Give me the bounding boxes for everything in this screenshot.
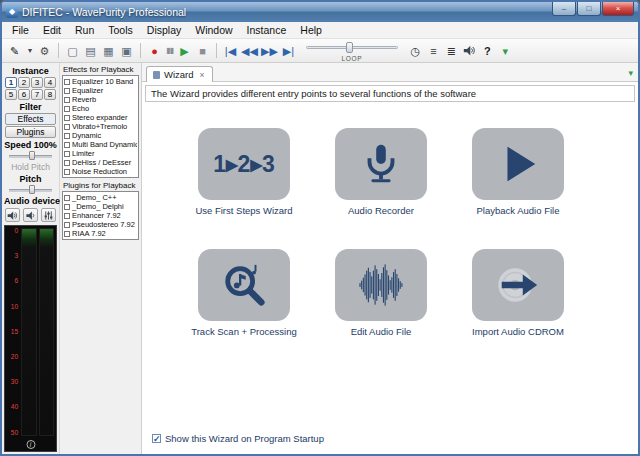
- play-icon[interactable]: ▶: [177, 43, 192, 59]
- wizard-tile-label: Track Scan + Processing: [191, 326, 297, 337]
- instance-button-1[interactable]: 1: [5, 77, 17, 88]
- wizard-button-edit-audio-file[interactable]: [335, 249, 427, 321]
- wizard-button-track-scan-processing[interactable]: [198, 249, 290, 321]
- menu-run[interactable]: Run: [68, 23, 101, 37]
- report-icon[interactable]: ≣: [444, 43, 459, 59]
- speaker-output-button[interactable]: [5, 208, 20, 222]
- record-icon[interactable]: ●: [147, 43, 162, 59]
- effects-listbox: Equalizer 10 BandEqualizerReverbEchoSter…: [62, 75, 139, 178]
- window-title: DIFITEC - WavePurity Professional: [22, 6, 186, 18]
- plugin-demo-c[interactable]: _Demo_ C++: [64, 193, 137, 202]
- info-icon[interactable]: i: [26, 440, 35, 449]
- instance-button-7[interactable]: 7: [31, 89, 43, 100]
- skip-end-icon[interactable]: ▶|: [281, 43, 296, 59]
- menu-edit[interactable]: Edit: [36, 23, 68, 37]
- next-icon[interactable]: ▶▶: [261, 43, 278, 59]
- save-icon[interactable]: ▦: [101, 43, 116, 59]
- settings-gear-icon[interactable]: ⚙: [37, 43, 52, 59]
- tab-overflow-icon[interactable]: ▾: [628, 68, 633, 78]
- wizard-button-import-audio-cdrom[interactable]: [472, 249, 564, 321]
- skip-start-icon[interactable]: |◀: [223, 43, 238, 59]
- menu-tools[interactable]: Tools: [101, 23, 140, 37]
- instance-section-label: Instance: [4, 66, 57, 76]
- instance-button-3[interactable]: 3: [31, 77, 43, 88]
- steps-123-icon: 1▸2▸3: [213, 151, 274, 178]
- wizard-item-audio-recorder: Audio Recorder: [321, 128, 441, 216]
- plugin-pseudostereo-7-92[interactable]: Pseudostereo 7.92: [64, 220, 137, 229]
- instance-button-4[interactable]: 4: [44, 77, 56, 88]
- wizard-button-use-first-steps-wizard[interactable]: 1▸2▸3: [198, 128, 290, 200]
- pen-dropdown-icon[interactable]: ▾: [25, 43, 34, 59]
- speaker-monitor-button[interactable]: [23, 208, 38, 222]
- stop-icon[interactable]: ■: [195, 43, 210, 59]
- wizard-button-playback-audio-file[interactable]: [472, 128, 564, 200]
- playlist-icon[interactable]: ≡: [426, 43, 441, 59]
- meter-bar-right: [39, 228, 55, 436]
- speaker-icon: [25, 210, 36, 221]
- instance-grid: 12345678: [5, 77, 56, 100]
- effect-vibrato-tremolo[interactable]: Vibrato+Tremolo: [64, 122, 137, 131]
- speaker-icon[interactable]: [462, 43, 477, 59]
- instance-button-8[interactable]: 8: [44, 89, 56, 100]
- pitch-slider[interactable]: [9, 185, 52, 194]
- prev-icon[interactable]: ◀◀: [241, 43, 258, 59]
- toolbar-separator: [140, 43, 141, 58]
- wizard-tab-icon: [153, 71, 160, 79]
- minimize-button[interactable]: –: [552, 2, 576, 16]
- instance-button-2[interactable]: 2: [18, 77, 30, 88]
- new-file-icon[interactable]: ▢: [65, 43, 80, 59]
- effect-multi-band-dynamic[interactable]: Multi Band Dynamic: [64, 140, 137, 149]
- checkbox-icon: [64, 160, 70, 166]
- wizard-button-audio-recorder[interactable]: [335, 128, 427, 200]
- pause-icon[interactable]: ▮▮: [165, 43, 174, 59]
- loop-slider-thumb[interactable]: [346, 42, 353, 53]
- menu-window[interactable]: Window: [188, 23, 239, 37]
- filter-section-label: Filter: [4, 102, 57, 112]
- effect-limiter[interactable]: Limiter: [64, 149, 137, 158]
- startup-checkbox-row[interactable]: ✓ Show this Wizard on Program Startup: [142, 433, 638, 454]
- plugin-label: RIAA 7.92: [72, 229, 106, 238]
- effects-filter-button[interactable]: Effects: [5, 113, 56, 125]
- menu-display[interactable]: Display: [140, 23, 188, 37]
- help-icon[interactable]: ?: [480, 43, 495, 59]
- plugin-label: _Demo_ C++: [72, 193, 117, 202]
- plugin-label: Enhancer 7.92: [72, 211, 121, 220]
- mixer-button[interactable]: [41, 208, 56, 222]
- effect-dynamic[interactable]: Dynamic: [64, 131, 137, 140]
- wizard-tile-label: Audio Recorder: [348, 205, 414, 216]
- close-button[interactable]: ×: [602, 2, 634, 16]
- speed-slider-thumb[interactable]: [29, 151, 35, 160]
- menu-file[interactable]: File: [5, 23, 36, 37]
- effect-reverb[interactable]: Reverb: [64, 95, 137, 104]
- batch-icon[interactable]: ▣: [119, 43, 134, 59]
- instance-button-6[interactable]: 6: [18, 89, 30, 100]
- loop-slider[interactable]: LOOP: [306, 40, 398, 61]
- pen-tool-icon[interactable]: ✎: [7, 43, 22, 59]
- plugin-demo-delphi[interactable]: _Demo_ Delphi: [64, 202, 137, 211]
- titlebar[interactable]: ◆ DIFITEC - WavePurity Professional – □ …: [2, 2, 638, 22]
- pitch-label: Pitch: [4, 174, 57, 184]
- effect-dehiss-deesser[interactable]: DeHiss / DeEsser: [64, 158, 137, 167]
- menu-instance[interactable]: Instance: [240, 23, 294, 37]
- effect-noise-reduction[interactable]: Noise Reduction: [64, 167, 137, 176]
- plugins-filter-button[interactable]: Plugins: [5, 126, 56, 138]
- effect-stereo-expander[interactable]: Stereo expander: [64, 113, 137, 122]
- menu-help[interactable]: Help: [293, 23, 329, 37]
- effect-equalizer[interactable]: Equalizer: [64, 86, 137, 95]
- more-tools-icon[interactable]: ▾: [498, 43, 513, 59]
- open-folder-icon[interactable]: ▤: [83, 43, 98, 59]
- tab-wizard[interactable]: Wizard ×: [146, 66, 213, 82]
- plugin-riaa-7-92[interactable]: RIAA 7.92: [64, 229, 137, 238]
- checkbox-icon: [64, 204, 70, 210]
- maximize-button[interactable]: □: [577, 2, 601, 16]
- speed-slider[interactable]: [9, 151, 52, 160]
- pitch-slider-thumb[interactable]: [29, 185, 35, 194]
- plugin-enhancer-7-92[interactable]: Enhancer 7.92: [64, 211, 137, 220]
- instance-button-5[interactable]: 5: [5, 89, 17, 100]
- effect-equalizer-10-band[interactable]: Equalizer 10 Band: [64, 77, 137, 86]
- checkbox-checked-icon: ✓: [152, 434, 161, 443]
- wizard-item-use-first-steps-wizard: 1▸2▸3Use First Steps Wizard: [184, 128, 304, 216]
- effect-echo[interactable]: Echo: [64, 104, 137, 113]
- tab-close-icon[interactable]: ×: [200, 70, 205, 80]
- timer-icon[interactable]: ◷: [408, 43, 423, 59]
